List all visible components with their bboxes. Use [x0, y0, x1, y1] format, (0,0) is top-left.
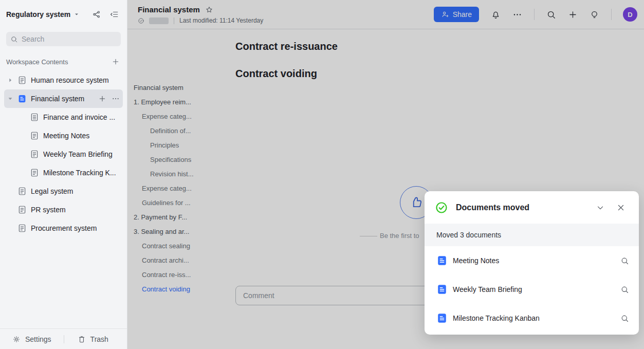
trash-button[interactable]: Trash [78, 335, 108, 343]
trash-icon [78, 335, 86, 343]
share-workspace-icon[interactable] [92, 10, 101, 19]
sidebar-footer: Settings Trash [0, 328, 127, 349]
toast-doc-title: Milestone Tracking Kanban [453, 314, 620, 322]
sidebar-item-label: Financial system [31, 95, 98, 103]
toast-title: Documents moved [456, 203, 596, 212]
sidebar-item-legal-system[interactable]: Legal system [4, 182, 123, 200]
locate-document-icon[interactable] [620, 314, 629, 323]
workspace-name[interactable]: Regulatory system [6, 10, 70, 19]
document-icon [17, 76, 27, 85]
sidebar-item-label: Meeting Notes [43, 132, 123, 140]
sidebar-item-milestone-tracking-k[interactable]: Milestone Tracking K... [4, 163, 123, 182]
caret-placeholder [19, 113, 27, 121]
search-input[interactable] [22, 35, 109, 43]
trash-label: Trash [90, 335, 108, 343]
sidebar-item-label: Finance and invoice ... [43, 113, 123, 121]
caret-collapsed-icon[interactable] [6, 76, 14, 84]
footer-divider [64, 335, 64, 343]
sidebar-item-meeting-notes[interactable]: Meeting Notes [4, 126, 123, 145]
document-icon [30, 168, 39, 177]
sidebar-item-finance-and-invoice[interactable]: Finance and invoice ... [4, 108, 123, 126]
caret-placeholder [19, 169, 27, 177]
toast-doc-row-milestone-tracking-kanban[interactable]: Milestone Tracking Kanban [425, 304, 639, 333]
document-icon [17, 205, 27, 214]
document-blue-icon [436, 313, 448, 324]
collapse-toast-chevron-icon[interactable] [596, 203, 605, 212]
workspace-header: Regulatory system [0, 0, 127, 29]
toast-doc-row-weekly-team-briefing[interactable]: Weekly Team Briefing [425, 275, 639, 304]
document-icon [17, 187, 27, 196]
sidebar-item-financial-system[interactable]: Financial system [4, 89, 123, 108]
toast-header: Documents moved [425, 191, 639, 224]
add-page-icon[interactable] [98, 95, 106, 103]
caret-placeholder [19, 150, 27, 158]
sidebar-item-label: Weekly Team Briefing [43, 150, 123, 158]
app-window: Regulatory system Workspace Contents Hum… [0, 0, 644, 349]
workspace-switcher-caret-icon[interactable] [73, 11, 80, 17]
search-icon [10, 35, 18, 43]
caret-placeholder [6, 206, 14, 214]
document-blue-icon [436, 284, 448, 295]
sidebar-item-label: PR system [31, 206, 123, 214]
sidebar-item-procurement-system[interactable]: Procurement system [4, 219, 123, 237]
close-toast-icon[interactable] [616, 203, 625, 212]
caret-placeholder [19, 132, 27, 140]
sidebar-item-label: Legal system [31, 187, 123, 195]
toast-doc-title: Meeting Notes [453, 256, 620, 265]
toast-doc-title: Weekly Team Briefing [453, 285, 620, 293]
sidebar: Regulatory system Workspace Contents Hum… [0, 0, 127, 349]
workspace-contents-label: Workspace Contents [6, 58, 112, 66]
sidebar-item-label: Milestone Tracking K... [43, 169, 123, 177]
document-icon [17, 224, 27, 233]
sidebar-item-human-resource-system[interactable]: Human resource system [4, 71, 123, 89]
table-icon [30, 113, 39, 122]
gear-icon [12, 335, 21, 343]
collapse-sidebar-icon[interactable] [109, 10, 119, 19]
success-check-icon [435, 201, 448, 214]
sidebar-search[interactable] [6, 32, 121, 46]
locate-document-icon[interactable] [620, 256, 629, 265]
sidebar-item-label: Human resource system [31, 76, 123, 84]
document-icon [30, 150, 39, 159]
document-icon [30, 131, 39, 140]
item-more-icon[interactable] [112, 95, 120, 103]
settings-label: Settings [25, 335, 51, 343]
workspace-contents-section: Workspace Contents [6, 58, 120, 66]
sidebar-item-label: Procurement system [31, 224, 123, 232]
caret-expanded-icon[interactable] [6, 95, 14, 103]
document-blue-icon [436, 255, 448, 266]
settings-button[interactable]: Settings [12, 335, 51, 343]
caret-placeholder [6, 187, 14, 195]
locate-document-icon[interactable] [620, 285, 629, 294]
sidebar-item-weekly-team-briefing[interactable]: Weekly Team Briefing [4, 145, 123, 163]
toast-doc-row-meeting-notes[interactable]: Meeting Notes [425, 246, 639, 275]
sidebar-item-pr-system[interactable]: PR system [4, 200, 123, 219]
sidebar-tree: Human resource systemFinancial systemFin… [0, 71, 127, 237]
toast-summary: Moved 3 documents [425, 224, 639, 246]
toast-document-list: Meeting NotesWeekly Team BriefingMilesto… [425, 246, 639, 333]
caret-placeholder [6, 224, 14, 232]
documents-moved-toast: Documents moved Moved 3 documents Meetin… [425, 191, 639, 335]
add-content-icon[interactable] [112, 58, 120, 66]
document-blue-icon [17, 94, 27, 103]
